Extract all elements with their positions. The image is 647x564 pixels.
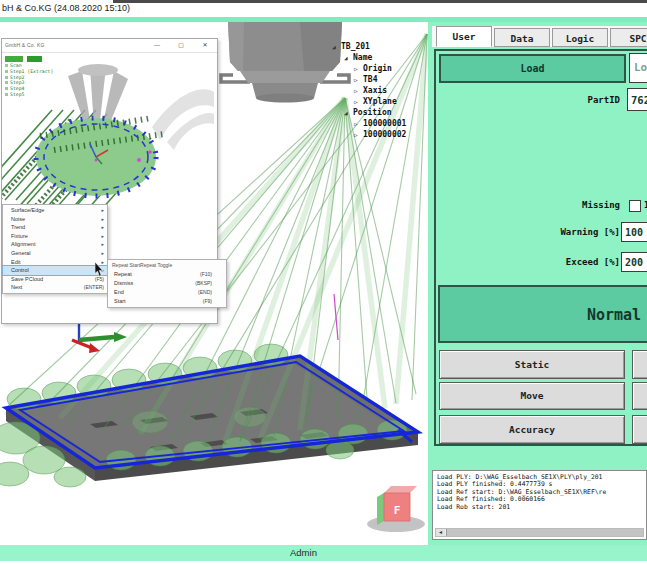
tree-node[interactable]: ▷Origin [330, 63, 428, 74]
magenta-marker [334, 294, 338, 340]
scroll-left-icon[interactable]: ◄ [436, 529, 445, 536]
menu-item[interactable]: Surface/Edge▸ [3, 206, 107, 215]
bullet-icon [5, 93, 8, 96]
partid-label: PartID [490, 95, 620, 105]
exceed-label: Exceed [%] [490, 257, 620, 267]
submenu-arrow-icon: ▸ [101, 206, 104, 215]
expand-icon[interactable]: ◢ [344, 52, 353, 63]
collapse-icon[interactable]: ▷ [354, 85, 363, 96]
top-edge-line [113, 0, 647, 3]
button-partial[interactable] [632, 350, 647, 379]
collapse-icon[interactable]: ▷ [354, 96, 363, 107]
app-window: bH & Co.KG (24.08.2020 15:10) [0, 0, 647, 564]
close-icon[interactable]: ✕ [198, 40, 212, 51]
static-button[interactable]: Static [439, 350, 625, 379]
button-partial[interactable] [632, 382, 647, 410]
tree-node[interactable]: ▷XYplane [330, 96, 428, 107]
menu-item[interactable]: Trend▸ [3, 223, 107, 232]
context-submenu: Repeat StartRepeat Toggle Repeat(F10) Di… [107, 259, 227, 308]
tree-node[interactable]: ▷Xaxis [330, 85, 428, 96]
menu-item[interactable]: Repeat(F10) [108, 270, 226, 279]
status-bar: Admin [0, 545, 647, 561]
bullet-icon [5, 81, 8, 84]
tab-data[interactable]: Data [494, 28, 550, 47]
accuracy-button[interactable]: Accuracy [439, 415, 625, 444]
bullet-icon [5, 70, 8, 73]
collapse-icon[interactable]: ▷ [354, 74, 363, 85]
maximize-icon[interactable]: ▢ [174, 40, 188, 51]
menu-item[interactable]: General▸ [3, 249, 107, 258]
collapse-icon[interactable]: ▷ [354, 129, 363, 140]
bullet-icon [5, 64, 8, 67]
tree-node[interactable]: ▷TB4 [330, 74, 428, 85]
list-item[interactable]: Step5 [5, 92, 53, 98]
tree-node[interactable]: ◢TB_201 [330, 41, 428, 52]
button-partial[interactable] [632, 415, 647, 444]
tree-node[interactable]: ▷100000001 [330, 118, 428, 129]
tree-node[interactable]: ◢Position [330, 107, 428, 118]
control-groupbox: Load Load PartID 762 Missing I Warning [… [434, 49, 647, 446]
right-panel: User Data Logic SPC Load Load PartID 762… [428, 22, 647, 545]
log-line: Load Rob start: 201 [437, 504, 646, 511]
tab-user[interactable]: User [436, 26, 492, 47]
scrollbar-thumb[interactable] [446, 529, 643, 536]
3d-viewport[interactable]: F ◢TB_201 ◢Name ▷Origin ▷TB4 ▷Xaxis ▷XYp… [0, 22, 428, 545]
tab-spc[interactable]: SPC [610, 28, 647, 47]
current-user: Admin [290, 547, 317, 558]
menu-item[interactable]: Next(ENTER) [3, 283, 107, 292]
menu-item[interactable]: Fixture▸ [3, 232, 107, 241]
move-button[interactable]: Move [439, 382, 625, 410]
menu-item[interactable]: Start(F9) [108, 297, 226, 306]
mouse-cursor-icon [95, 262, 107, 278]
feature-tree: ◢TB_201 ◢Name ▷Origin ▷TB4 ▷Xaxis ▷XYpla… [330, 41, 428, 140]
tab-logic[interactable]: Logic [552, 28, 608, 47]
menu-item[interactable]: Alignment▸ [3, 240, 107, 249]
warning-input[interactable]: 100 [621, 222, 647, 242]
load-field[interactable]: Load [629, 53, 647, 83]
bullet-icon [5, 76, 8, 79]
submenu-arrow-icon: ▸ [101, 249, 104, 258]
cube-front-label: F [394, 504, 401, 517]
collapse-icon[interactable]: ▷ [354, 118, 363, 129]
submenu-arrow-icon: ▸ [101, 240, 104, 249]
load-button[interactable]: Load [439, 54, 626, 83]
log-output[interactable]: Load PLY: D:\WAG_Esselbach_SE1X\PLY\ply_… [432, 470, 647, 540]
warning-label: Warning [%] [490, 227, 620, 237]
missing-checkbox[interactable] [629, 200, 641, 212]
horizontal-scrollbar[interactable]: ◄ [435, 528, 644, 537]
status-indicator: Normal [438, 285, 647, 343]
menu-item-highlighted[interactable]: Control▸ [3, 266, 107, 275]
submenu-header: Repeat StartRepeat Toggle [108, 261, 226, 270]
menu-item[interactable]: End(END) [108, 288, 226, 297]
menu-item[interactable]: Dismiss(BKSP) [108, 279, 226, 288]
window-title: bH & Co.KG (24.08.2020 15:10) [2, 3, 130, 13]
menu-item[interactable]: Noise▸ [3, 215, 107, 224]
submenu-arrow-icon: ▸ [101, 232, 104, 241]
menu-item[interactable]: Save PCloud(F5) [3, 275, 107, 284]
minimize-icon[interactable]: — [150, 40, 164, 51]
tab-bar: User Data Logic SPC [432, 26, 647, 47]
bullet-icon [5, 87, 8, 90]
exceed-input[interactable]: 200 [621, 252, 647, 272]
menu-item[interactable]: Edit▸ [3, 258, 107, 267]
collapse-icon[interactable]: ▷ [354, 63, 363, 74]
inner-window-titlebar[interactable]: GmbH & Co. KG — ▢ ✕ [2, 39, 217, 53]
tree-node[interactable]: ◢Name [330, 52, 428, 63]
missing-label: Missing [490, 200, 620, 210]
scan-step-list: Scan Step1 (Extract) Step2 Step3 Step4 S… [5, 63, 53, 98]
expand-icon[interactable]: ◢ [344, 107, 353, 118]
tree-node[interactable]: ▷100000002 [330, 129, 428, 140]
inner-window-title: GmbH & Co. KG [5, 42, 45, 48]
context-menu: Surface/Edge▸ Noise▸ Trend▸ Fixture▸ Ali… [2, 204, 108, 294]
orientation-cube[interactable]: F [367, 486, 425, 532]
partid-input[interactable]: 762 [627, 88, 647, 111]
submenu-arrow-icon: ▸ [101, 223, 104, 232]
expand-icon[interactable]: ◢ [332, 41, 341, 52]
submenu-arrow-icon: ▸ [101, 215, 104, 224]
